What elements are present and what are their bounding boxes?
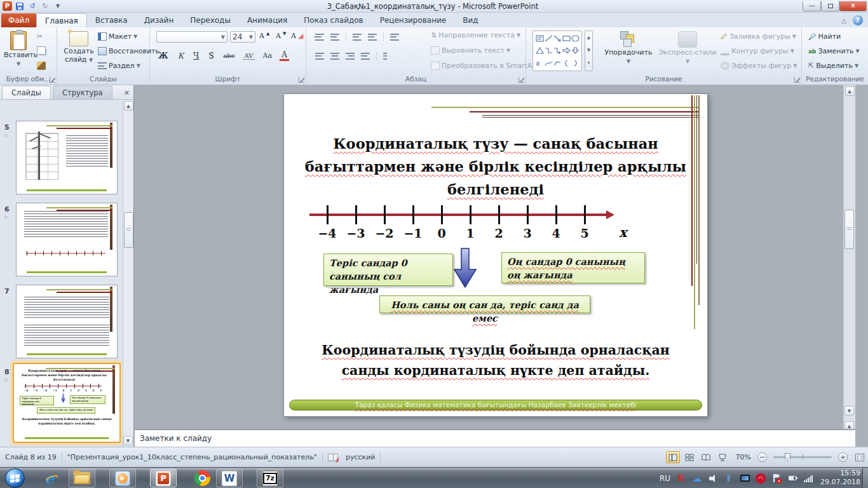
callout-negative-numbers[interactable]: Теріс сандар 0 санының сол жағында <box>323 254 453 286</box>
tab-design[interactable]: Дизайн <box>136 13 182 27</box>
align-center-icon[interactable] <box>330 53 339 60</box>
font-dialog-launcher[interactable] <box>299 77 304 83</box>
tab-review[interactable]: Рецензирование <box>372 13 455 27</box>
scroll-down-icon[interactable]: ▼ <box>844 406 854 416</box>
zoom-slider-thumb[interactable] <box>785 453 790 461</box>
slide-7-thumbnail[interactable] <box>16 285 118 358</box>
volume-tray-icon[interactable] <box>708 473 718 484</box>
close-button[interactable]: × <box>839 1 867 11</box>
zoom-slider[interactable] <box>773 456 832 458</box>
slide-body-text[interactable]: Координаталық түзудің бойында орналасқан… <box>303 341 688 381</box>
select-button[interactable]: ⇱Выделить▼ <box>808 62 858 70</box>
tab-animations[interactable]: Анимация <box>239 13 295 27</box>
panel-scrollbar[interactable]: ▲ ▼ <box>123 100 133 447</box>
callout-zero[interactable]: Ноль саны оң сан да, теріс санд да емес <box>379 295 590 313</box>
kaspersky-tray-icon[interactable]: K <box>676 473 686 484</box>
panel-scroll-up-icon[interactable]: ▲ <box>124 101 133 111</box>
start-button[interactable] <box>5 468 25 488</box>
tab-view[interactable]: Вид <box>454 13 486 27</box>
tab-transitions[interactable]: Переходы <box>182 13 239 27</box>
align-left-icon[interactable] <box>315 53 324 60</box>
shapes-gallery[interactable] <box>532 30 582 71</box>
columns-icon[interactable] <box>383 53 392 60</box>
display-tray-icon[interactable] <box>740 473 750 484</box>
paste-button[interactable]: Вставить▼ <box>4 30 33 67</box>
slide-title[interactable]: Координаталық түзу — санақ басынан бағыт… <box>292 132 700 201</box>
slide-canvas[interactable]: Координаталық түзу — санақ басынан бағыт… <box>284 94 707 416</box>
normal-view-button[interactable] <box>666 451 680 463</box>
shrink-font-button[interactable]: A▼ <box>276 32 286 40</box>
action-center-tray-icon[interactable]: × <box>771 473 782 484</box>
file-explorer-taskbar-icon[interactable] <box>69 469 95 487</box>
increase-indent-icon[interactable] <box>368 34 377 41</box>
keyboard-language[interactable]: RU <box>660 474 670 483</box>
bold-button[interactable]: Ж <box>156 51 170 60</box>
internet-explorer-taskbar-icon[interactable]: e <box>37 469 62 487</box>
save-icon[interactable] <box>16 3 24 10</box>
italic-button[interactable]: К <box>176 51 186 60</box>
tab-home[interactable]: Главная <box>36 13 87 27</box>
word-taskbar-icon[interactable]: W <box>216 469 243 487</box>
drawing-dialog-launcher[interactable] <box>794 77 800 83</box>
elbow-arrow-connector-icon[interactable] <box>553 47 562 54</box>
arrow-shape-icon[interactable] <box>553 35 562 42</box>
spellcheck-icon[interactable] <box>328 454 338 461</box>
tab-insert[interactable]: Вставка <box>87 13 136 27</box>
line-spacing-icon[interactable] <box>390 34 399 41</box>
scribble-shape-icon[interactable] <box>536 60 544 67</box>
zoom-percentage[interactable]: 70% <box>736 453 751 461</box>
tab-outline[interactable]: Структура <box>53 86 112 99</box>
shape-outline-button[interactable]: Контур фигуры▼ <box>721 47 794 55</box>
rectangle-shape-icon[interactable] <box>562 35 571 42</box>
text-shadow-button[interactable]: S <box>207 51 215 60</box>
strikethrough-button[interactable]: abc <box>222 52 237 59</box>
trend-micro-tray-icon[interactable]: ◠ <box>756 473 766 484</box>
font-name-combo[interactable]: ▼ <box>156 31 227 43</box>
arc-shape-icon[interactable] <box>553 60 562 67</box>
align-text-button[interactable]: Выровнять текст▼ <box>431 46 510 55</box>
right-brace-icon[interactable] <box>571 60 580 67</box>
new-slide-button[interactable]: Создать слайд ▼ <box>62 30 95 64</box>
clipboard-dialog-launcher[interactable] <box>50 77 55 83</box>
triangle-shape-icon[interactable] <box>536 47 544 54</box>
replace-button[interactable]: abЗаменить▼ <box>808 47 860 55</box>
chrome-taskbar-icon[interactable] <box>189 469 215 487</box>
zoom-out-button[interactable]: − <box>757 452 767 462</box>
slide-sorter-view-button[interactable] <box>682 451 696 463</box>
restore-button[interactable] <box>821 1 839 11</box>
shape-fill-button[interactable]: 🖉Заливка фигуры▼ <box>721 32 796 41</box>
block-arrow-down-icon[interactable] <box>571 47 580 54</box>
powerpoint-taskbar-icon[interactable]: P <box>150 469 177 487</box>
tab-file[interactable]: Файл <box>1 13 36 27</box>
bluetooth-tray-icon[interactable]: ᛒ <box>724 473 734 484</box>
slideshow-view-button[interactable] <box>715 451 729 463</box>
curve-shape-icon[interactable] <box>545 60 553 67</box>
arrange-button[interactable]: Упорядочить▼ <box>601 30 656 65</box>
notes-pane[interactable]: Заметки к слайду <box>135 429 855 447</box>
clear-formatting-button[interactable]: A◢ <box>291 32 303 40</box>
help-icon[interactable]: ? <box>853 15 863 25</box>
format-painter-button[interactable] <box>37 62 46 70</box>
7zip-taskbar-icon[interactable]: 7z <box>257 469 283 487</box>
cut-button[interactable]: ✂ <box>37 32 43 41</box>
qat-dropdown-icon[interactable]: ▼ <box>53 1 63 11</box>
panel-scroll-down-icon[interactable]: ▼ <box>123 436 133 445</box>
scrollbar-thumb[interactable] <box>844 210 854 249</box>
cloud-tray-icon[interactable]: ☁ <box>692 473 702 484</box>
section-button[interactable]: Раздел▼ <box>98 62 140 70</box>
character-spacing-button[interactable]: AV <box>243 52 255 60</box>
down-arrow-shape[interactable] <box>453 248 477 288</box>
battery-tray-icon[interactable] <box>787 473 797 484</box>
notes-placeholder[interactable]: Заметки к слайду <box>140 434 212 443</box>
slide-5-thumbnail[interactable] <box>16 121 118 194</box>
change-case-button[interactable]: Aa <box>261 51 274 60</box>
justify-icon[interactable] <box>361 53 370 60</box>
language-indicator[interactable]: русский <box>346 453 376 461</box>
align-right-icon[interactable] <box>346 53 355 60</box>
left-brace-icon[interactable] <box>562 60 571 67</box>
panel-close-icon[interactable]: ✕ <box>124 89 130 97</box>
show-desktop-button[interactable] <box>862 468 868 488</box>
repeat-icon[interactable]: ↻ <box>40 1 50 11</box>
slide-6-thumbnail[interactable] <box>16 203 118 276</box>
quick-styles-button[interactable]: Экспресс-стили▼ <box>658 30 717 65</box>
